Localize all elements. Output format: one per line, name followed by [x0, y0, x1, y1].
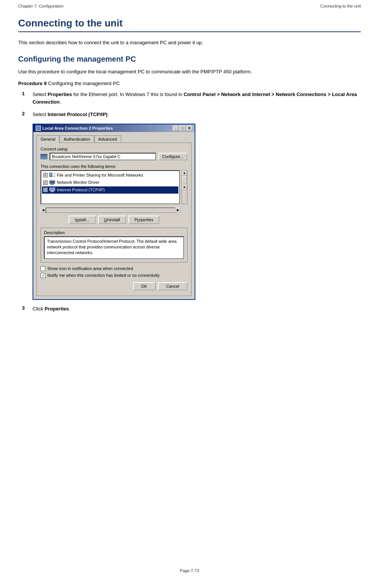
list-item-1-label: File and Printer Sharing for Microsoft N…: [57, 172, 143, 179]
scroll-thumb[interactable]: [182, 177, 187, 184]
procedure-desc: Configuring the management PC: [48, 81, 120, 86]
show-icon-label: Show icon in notification area when conn…: [47, 266, 133, 271]
scroll-down-arrow[interactable]: ▼: [182, 185, 187, 190]
page-footer: Page 7-73: [0, 565, 379, 580]
file-printer-icon: [49, 173, 55, 177]
list-item-3[interactable]: Internet Protocol (TCP/IP): [42, 186, 178, 194]
tab-advanced[interactable]: Advanced: [94, 135, 121, 143]
checkbox-row-2: Notify me when this connection has limit…: [41, 273, 187, 278]
adapter-row: Broadcom NetXtreme 57xx Gigabit C Config…: [41, 153, 187, 160]
step-3-term: Properties: [45, 306, 69, 312]
titlebar-buttons: _ □ ✕: [173, 126, 192, 131]
header-right: Connecting to the unit: [320, 4, 361, 8]
show-icon-checkbox[interactable]: [41, 266, 45, 271]
adapter-name: Broadcom NetXtreme 57xx Gigabit C: [52, 154, 120, 159]
step-2-content: Select Internet Protocol (TCP/IP):: [33, 111, 361, 118]
adapter-icon: [41, 154, 47, 159]
dialog-container: Local Area Connection 2 Properties _ □ ✕…: [33, 124, 361, 300]
subsection-intro: Use this procedure to configure the loca…: [18, 68, 361, 76]
subsection-title: Configuring the management PC: [18, 55, 361, 64]
step-3: 3 Click Properties.: [22, 305, 361, 313]
action-buttons: Install... Uninstall Properties: [41, 216, 187, 224]
svg-rect-3: [50, 174, 51, 175]
scroll-up-arrow[interactable]: ▲: [182, 171, 187, 176]
section-title: Connecting to the unit: [18, 17, 361, 32]
ok-button[interactable]: OK: [133, 282, 156, 290]
scroll-left-arrow[interactable]: ◀: [41, 208, 46, 213]
checkbox-item-2[interactable]: [43, 180, 48, 185]
dialog-body: General Authentication Advanced Connect …: [33, 132, 195, 299]
install-button[interactable]: Install...: [69, 216, 96, 224]
description-label: Description: [44, 230, 184, 235]
step-3-num: 3: [22, 305, 33, 311]
checkbox-item-1[interactable]: [43, 173, 48, 177]
step-1-num: 1: [22, 91, 33, 96]
tab-panel-general: Connect using: Broadcom NetXtreme 57xx G…: [36, 143, 192, 296]
dialog-maximize-btn[interactable]: □: [179, 126, 186, 131]
list-item-3-label: Internet Protocol (TCP/IP): [57, 187, 105, 194]
configure-button[interactable]: Configure...: [158, 153, 187, 160]
steps-container: 1 Select Properties for the Ethernet por…: [22, 91, 361, 312]
checkbox-row-1: Show icon in notification area when conn…: [41, 266, 187, 271]
network-monitor-icon: [49, 180, 55, 185]
dialog-close-btn[interactable]: ✕: [186, 126, 192, 131]
svg-rect-6: [50, 181, 55, 183]
titlebar-title: Local Area Connection 2 Properties: [36, 126, 113, 131]
notify-checkbox[interactable]: [41, 273, 45, 278]
scrollbar-horizontal-container: ◀ ▶: [41, 207, 181, 213]
scrollbar-vertical[interactable]: ▲ ▼: [181, 170, 187, 204]
properties-button[interactable]: Properties: [128, 216, 159, 224]
notify-label: Notify me when this connection has limit…: [47, 273, 160, 278]
step-1: 1 Select Properties for the Ethernet por…: [22, 91, 361, 105]
step-3-content: Click Properties.: [33, 305, 361, 313]
svg-rect-12: [50, 192, 54, 192]
main-content: Connecting to the unit This section desc…: [0, 10, 379, 340]
list-item-2[interactable]: Network Monitor Driver: [42, 179, 178, 186]
header-left: Chapter 7: Configuration: [18, 4, 64, 8]
dialog-tabs: General Authentication Advanced: [36, 135, 192, 143]
dialog-footer-buttons: OK Cancel: [41, 280, 187, 292]
scroll-h-track: [46, 208, 175, 213]
svg-rect-11: [51, 191, 53, 192]
dialog-minimize-btn[interactable]: _: [173, 126, 179, 131]
list-item-1[interactable]: File and Printer Sharing for Microsoft N…: [42, 172, 178, 179]
svg-rect-1: [52, 173, 55, 177]
step-1-term-properties: Properties: [48, 92, 72, 97]
scroll-right-arrow[interactable]: ▶: [175, 208, 181, 213]
svg-rect-4: [50, 175, 51, 175]
tab-general[interactable]: General: [36, 135, 59, 143]
svg-rect-2: [50, 174, 51, 174]
step-1-term-path: Control Panel > Network and Internet > N…: [33, 92, 357, 105]
footer-text: Page 7-73: [180, 568, 199, 573]
connect-using-label: Connect using:: [41, 147, 187, 151]
svg-rect-7: [51, 184, 53, 185]
intro-text: This section describes how to connect th…: [18, 39, 361, 47]
items-list: File and Printer Sharing for Microsoft N…: [41, 170, 180, 204]
step-2-num: 2: [22, 111, 33, 116]
svg-rect-10: [50, 188, 55, 191]
tcp-ip-icon: [49, 188, 55, 192]
description-text: Transmission Control Protocol/Internet P…: [44, 236, 184, 259]
items-list-container: File and Printer Sharing for Microsoft N…: [41, 170, 187, 204]
dialog-icon: [36, 126, 41, 131]
items-label: This connection uses the following items…: [41, 164, 187, 169]
items-list-inner: File and Printer Sharing for Microsoft N…: [41, 171, 179, 195]
procedure-label: Procedure 9 Configuring the management P…: [18, 81, 361, 86]
procedure-name: Procedure 9: [18, 81, 47, 86]
page-header: Chapter 7: Configuration Connecting to t…: [0, 0, 379, 10]
step-2: 2 Select Internet Protocol (TCP/IP):: [22, 111, 361, 118]
windows-dialog: Local Area Connection 2 Properties _ □ ✕…: [33, 124, 195, 300]
description-group: Description Transmission Control Protoco…: [41, 228, 187, 262]
checkbox-item-3[interactable]: [43, 188, 48, 192]
step-1-content: Select Properties for the Ethernet port.…: [33, 91, 361, 105]
dialog-title: Local Area Connection 2 Properties: [42, 126, 113, 130]
uninstall-button[interactable]: Uninstall: [98, 216, 126, 224]
dialog-titlebar: Local Area Connection 2 Properties _ □ ✕: [33, 124, 195, 132]
list-item-2-label: Network Monitor Driver: [57, 179, 99, 186]
step-2-term: Internet Protocol (TCP/IP): [48, 112, 108, 117]
adapter-field: Broadcom NetXtreme 57xx Gigabit C: [50, 153, 156, 160]
cancel-button[interactable]: Cancel: [158, 282, 187, 290]
tab-authentication[interactable]: Authentication: [59, 135, 94, 143]
svg-rect-8: [50, 185, 54, 185]
